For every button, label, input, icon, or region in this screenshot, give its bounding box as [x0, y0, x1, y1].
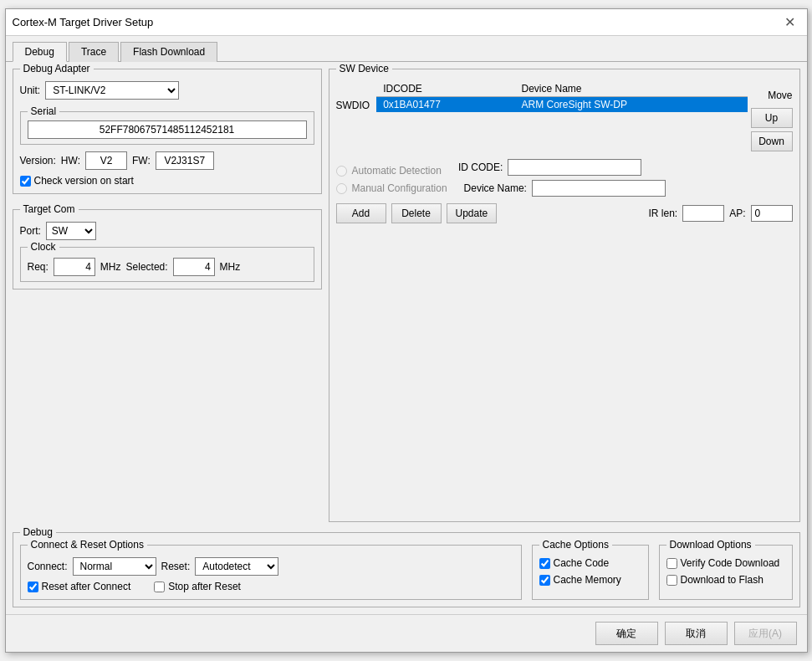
- stop-after-reset-checkbox[interactable]: [154, 582, 165, 592]
- manual-config-row: Manual Configuration: [336, 182, 447, 194]
- download-flash-row: Download to Flash: [666, 574, 785, 586]
- device-name-input[interactable]: [532, 180, 666, 197]
- cell-idcode: 0x1BA01477: [376, 97, 514, 113]
- close-button[interactable]: ✕: [780, 13, 800, 33]
- port-select[interactable]: SW: [46, 222, 96, 240]
- connect-row: Connect: Normal Reset: Autodetect: [28, 557, 514, 576]
- debug-panel-title: Debug: [20, 526, 56, 538]
- cache-code-checkbox[interactable]: [539, 558, 550, 569]
- main-window: Cortex-M Target Driver Setup ✕ Debug Tra…: [5, 8, 808, 653]
- debug-adapter-title: Debug Adapter: [20, 63, 94, 74]
- unit-row: Unit: ST-LINK/V2: [20, 81, 314, 100]
- tab-bar: Debug Trace Flash Download: [6, 36, 807, 62]
- apply-button[interactable]: 应用(A): [734, 622, 797, 645]
- add-button[interactable]: Add: [336, 203, 386, 223]
- content-area: Debug Adapter Unit: ST-LINK/V2 Serial Ve…: [6, 62, 807, 614]
- move-label: Move: [768, 90, 792, 101]
- down-button[interactable]: Down: [751, 131, 793, 151]
- target-com-title: Target Com: [20, 203, 79, 215]
- cache-memory-checkbox[interactable]: [539, 575, 550, 586]
- hw-value-input[interactable]: [85, 151, 127, 170]
- ir-len-label: IR len:: [648, 208, 677, 219]
- download-flash-checkbox[interactable]: [666, 575, 677, 586]
- auto-detect-radio[interactable]: [336, 166, 347, 177]
- title-bar: Cortex-M Target Driver Setup ✕: [6, 9, 807, 36]
- debug-adapter-group: Debug Adapter Unit: ST-LINK/V2 Serial Ve…: [13, 69, 322, 194]
- cancel-button[interactable]: 取消: [665, 622, 728, 645]
- device-name-row: Device Name:: [464, 180, 666, 197]
- tab-debug[interactable]: Debug: [13, 42, 67, 62]
- reset-after-connect-row: Reset after Connect Stop after Reset: [28, 581, 514, 592]
- move-col: Move Up Down: [751, 81, 793, 151]
- clock-row: Req: MHz Selected: MHz: [28, 258, 307, 276]
- reset-label: Reset:: [161, 561, 191, 572]
- device-name-label: Device Name:: [464, 182, 527, 194]
- cache-options-title: Cache Options: [539, 539, 612, 551]
- download-flash-label[interactable]: Download to Flash: [681, 574, 763, 586]
- ok-button[interactable]: 确定: [595, 622, 658, 645]
- window-title: Cortex-M Target Driver Setup: [13, 16, 154, 28]
- sw-table: IDCODE Device Name 0x1BA01477 ARM CoreSi…: [376, 81, 747, 112]
- stop-after-reset-label[interactable]: Stop after Reset: [168, 581, 241, 592]
- check-version-checkbox[interactable]: [20, 176, 31, 187]
- check-version-label[interactable]: Check version on start: [34, 175, 134, 187]
- sw-device-title: SW Device: [336, 63, 392, 74]
- sw-table-wrapper: IDCODE Device Name 0x1BA01477 ARM CoreSi…: [376, 81, 747, 112]
- table-row[interactable]: 0x1BA01477 ARM CoreSight SW-DP: [376, 97, 747, 113]
- manual-config-label[interactable]: Manual Configuration: [352, 182, 447, 194]
- fw-value-input[interactable]: [156, 151, 214, 170]
- connect-label: Connect:: [28, 561, 68, 572]
- download-options-group: Download Options Verify Code Download Do…: [659, 545, 793, 600]
- reset-select[interactable]: Autodetect: [195, 557, 278, 576]
- serial-input[interactable]: [28, 120, 307, 139]
- connect-select[interactable]: Normal: [73, 557, 156, 576]
- reset-after-connect-label[interactable]: Reset after Connect: [42, 581, 131, 592]
- reset-after-connect-checkbox[interactable]: [28, 582, 38, 592]
- fw-label: FW:: [132, 155, 151, 167]
- col-device-name: Device Name: [514, 81, 747, 97]
- tab-trace[interactable]: Trace: [69, 42, 119, 62]
- hw-label: HW:: [61, 155, 80, 167]
- cache-memory-label[interactable]: Cache Memory: [554, 574, 621, 586]
- unit-label: Unit:: [20, 85, 41, 96]
- version-label: Version:: [20, 155, 56, 167]
- delete-button[interactable]: Delete: [391, 203, 442, 223]
- cache-options-group: Cache Options Cache Code Cache Memory: [532, 545, 649, 600]
- clock-group: Clock Req: MHz Selected: MHz: [20, 247, 314, 282]
- cell-device-name: ARM CoreSight SW-DP: [514, 97, 747, 113]
- mhz-label: MHz: [100, 261, 121, 273]
- ap-label: AP:: [729, 208, 745, 219]
- auto-detect-row: Automatic Detection: [336, 165, 442, 177]
- ir-len-input[interactable]: [682, 205, 724, 222]
- col-idcode: IDCODE: [376, 81, 514, 97]
- version-row: Version: HW: FW:: [20, 151, 314, 170]
- serial-group: Serial: [20, 111, 314, 145]
- download-options-title: Download Options: [666, 539, 755, 551]
- cache-code-label[interactable]: Cache Code: [554, 557, 610, 569]
- swdio-label: SWDIO: [336, 81, 374, 111]
- unit-select[interactable]: ST-LINK/V2: [45, 81, 179, 100]
- cache-code-row: Cache Code: [539, 557, 641, 569]
- selected-label: Selected:: [126, 261, 168, 273]
- update-button[interactable]: Update: [447, 203, 498, 223]
- sw-device-group: SW Device SWDIO IDCODE Device Name: [329, 69, 800, 522]
- top-section: Debug Adapter Unit: ST-LINK/V2 Serial Ve…: [13, 69, 800, 522]
- ap-input[interactable]: [751, 205, 793, 222]
- serial-label: Serial: [28, 105, 60, 117]
- tab-flash-download[interactable]: Flash Download: [120, 42, 217, 62]
- sw-table-outer: SWDIO IDCODE Device Name: [336, 81, 793, 151]
- connect-reset-group: Connect & Reset Options Connect: Normal …: [20, 545, 522, 600]
- port-row: Port: SW: [20, 222, 314, 240]
- verify-code-label[interactable]: Verify Code Download: [681, 557, 780, 569]
- auto-detect-label[interactable]: Automatic Detection: [352, 165, 442, 177]
- req-input[interactable]: [54, 258, 95, 276]
- id-code-input[interactable]: [508, 159, 641, 176]
- up-button[interactable]: Up: [751, 108, 793, 128]
- selected-input[interactable]: [173, 258, 215, 276]
- verify-code-checkbox[interactable]: [666, 558, 677, 569]
- check-version-row: Check version on start: [20, 175, 314, 187]
- manual-config-radio[interactable]: [336, 183, 347, 194]
- port-label: Port:: [20, 225, 41, 237]
- mhz2-label: MHz: [220, 261, 241, 273]
- connect-reset-title: Connect & Reset Options: [28, 539, 147, 551]
